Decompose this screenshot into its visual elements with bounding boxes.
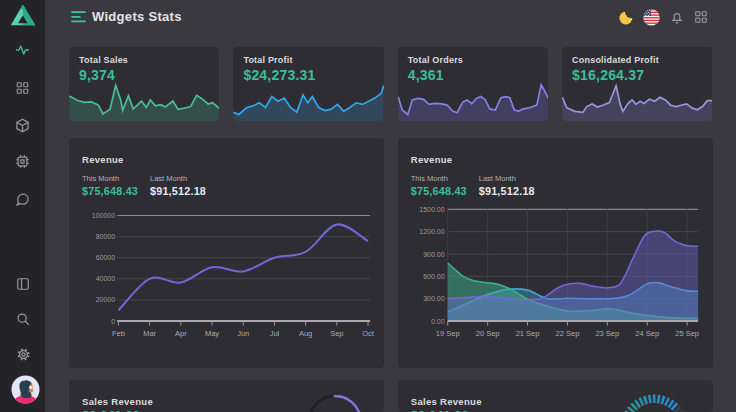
svg-text:May: May [205,329,219,338]
svg-text:1500.00: 1500.00 [419,206,444,213]
svg-text:80000: 80000 [96,233,116,240]
svg-text:24 Sep: 24 Sep [635,329,659,338]
svg-text:25 Sep: 25 Sep [675,329,699,338]
svg-text:0.00: 0.00 [431,318,445,325]
svg-text:Jun: Jun [237,329,249,338]
svg-text:1200.00: 1200.00 [419,228,444,235]
svg-text:100000: 100000 [92,212,115,219]
svg-text:Feb: Feb [112,329,125,338]
svg-text:21 Sep: 21 Sep [515,329,539,338]
svg-text:600.00: 600.00 [423,273,445,280]
svg-text:Oct: Oct [362,329,375,338]
svg-text:Apr: Apr [175,329,187,338]
svg-text:Mar: Mar [143,329,156,338]
svg-text:19 Sep: 19 Sep [436,329,460,338]
svg-text:20 Sep: 20 Sep [475,329,499,338]
svg-text:Jul: Jul [270,329,280,338]
svg-text:23 Sep: 23 Sep [595,329,619,338]
svg-text:0: 0 [111,318,115,325]
svg-text:40000: 40000 [96,275,116,282]
svg-text:60000: 60000 [96,254,116,261]
svg-text:300.00: 300.00 [423,295,445,302]
svg-text:Sep: Sep [330,329,343,338]
svg-text:22 Sep: 22 Sep [555,329,579,338]
svg-text:20000: 20000 [96,296,116,303]
svg-text:900.00: 900.00 [423,251,445,258]
svg-text:Aug: Aug [299,329,312,338]
